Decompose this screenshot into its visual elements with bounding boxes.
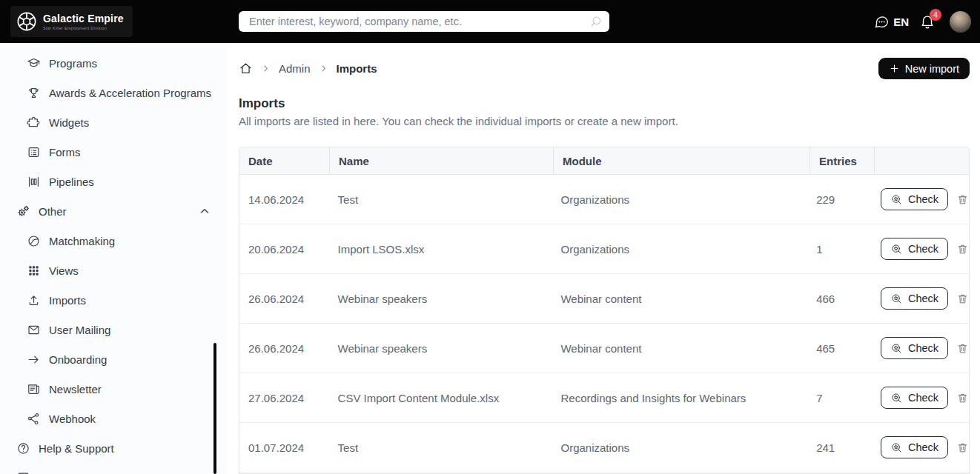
check-button[interactable]: Check	[881, 337, 948, 359]
match-icon	[27, 234, 41, 248]
cell-date: 20.06.2024	[239, 224, 329, 273]
help-icon	[16, 441, 30, 455]
user-avatar[interactable]	[950, 11, 971, 33]
header-actions	[874, 147, 969, 174]
sidebar-item-label: Onboarding	[49, 353, 107, 366]
topbar-right: EN 4	[874, 0, 971, 43]
header-name: Name	[329, 147, 553, 174]
sidebar-item[interactable]: Awards & Acceleration Programs	[0, 78, 227, 107]
trash-icon[interactable]	[956, 342, 969, 355]
sidebar-scrollbar[interactable]	[213, 343, 216, 474]
sidebar-item[interactable]: Other	[0, 196, 227, 226]
sidebar-item-label: User Mailing	[49, 324, 110, 336]
sidebar-item[interactable]: Matchmaking	[0, 226, 227, 256]
home-icon[interactable]	[239, 61, 253, 76]
mail-icon	[27, 323, 41, 337]
cell-actions: Check	[872, 274, 969, 323]
trash-icon[interactable]	[956, 441, 969, 454]
cell-date: 26.06.2024	[239, 274, 329, 323]
trash-icon[interactable]	[956, 193, 969, 206]
sidebar-item[interactable]: Widgets	[0, 107, 227, 137]
cell-date: 26.06.2024	[239, 324, 329, 373]
cell-actions: Check	[872, 324, 969, 373]
sidebar-item-label: Programs	[49, 57, 97, 70]
sidebar-item[interactable]: Forms	[0, 137, 227, 167]
galactic-empire-emblem-icon	[16, 10, 38, 33]
trash-icon[interactable]	[956, 243, 969, 256]
sidebar-item[interactable]: Onboarding	[0, 344, 227, 374]
sidebar-item[interactable]: Programs	[0, 48, 227, 78]
trophy-icon	[27, 86, 41, 100]
notifications-button[interactable]: 4	[919, 13, 936, 30]
grid-icon	[27, 264, 41, 278]
cell-name: Import LSOS.xlsx	[329, 224, 552, 273]
logo-subtitle: Star Killer Employment Division	[43, 26, 124, 30]
cell-name: Webinar speakers	[329, 324, 552, 373]
breadcrumb-imports: Imports	[337, 62, 377, 75]
form-icon	[27, 145, 41, 159]
chevron-right-icon	[261, 64, 271, 73]
breadcrumb-admin[interactable]: Admin	[279, 62, 311, 75]
page-title: Imports	[239, 96, 285, 111]
sidebar-item[interactable]: Webhook	[0, 404, 227, 433]
cell-entries: 465	[807, 324, 872, 373]
cell-entries: 229	[807, 175, 872, 224]
check-button[interactable]: Check	[881, 287, 948, 310]
sidebar-item-label: Forms	[49, 146, 81, 158]
sidebar-item-label: Help & Support	[39, 442, 114, 455]
cap-icon	[27, 56, 41, 70]
pipeline-icon	[27, 175, 41, 189]
table-row: 26.06.2024 Webinar speakers Webinar cont…	[239, 274, 969, 324]
table-row: 27.06.2024 CSV Import Content Module.xls…	[239, 373, 969, 423]
app-logo[interactable]: Galactic Empire Star Killer Employment D…	[10, 6, 133, 37]
trash-icon[interactable]	[956, 392, 969, 404]
cell-module: Webinar content	[552, 324, 807, 373]
sidebar-item[interactable]: Pipelines	[0, 167, 227, 196]
chat-icon[interactable]	[874, 14, 890, 30]
cell-name: CSV Import Content Module.xlsx	[329, 373, 552, 422]
chevron-up-icon	[199, 205, 211, 217]
check-button[interactable]: Check	[881, 188, 948, 210]
sidebar-item-label: Imports	[49, 294, 86, 307]
cell-actions: Check	[872, 373, 969, 422]
sidebar-item[interactable]: Newsletter	[0, 374, 227, 404]
doc-icon	[16, 471, 30, 474]
gears-icon	[16, 204, 30, 218]
check-button[interactable]: Check	[881, 238, 948, 260]
sidebar-item-label: Views	[49, 264, 79, 277]
sidebar-item[interactable]: Imports	[0, 285, 227, 315]
sidebar-item[interactable]: User Mailing	[0, 315, 227, 344]
new-import-button[interactable]: New import	[878, 58, 970, 79]
search-star-icon	[890, 441, 903, 454]
sidebar-item[interactable]	[0, 463, 227, 474]
check-button[interactable]: Check	[881, 387, 948, 409]
cell-actions: Check	[872, 423, 969, 472]
cell-entries: 7	[807, 373, 872, 422]
cell-name: Test	[329, 423, 552, 472]
cell-actions: Check	[872, 224, 969, 273]
sidebar-item-label: Awards & Acceleration Programs	[49, 87, 211, 99]
table-row: 20.06.2024 Import LSOS.xlsx Organization…	[239, 224, 969, 274]
news-icon	[27, 382, 41, 396]
cell-name: Test	[329, 175, 552, 224]
cell-date: 14.06.2024	[239, 175, 329, 224]
search-icon[interactable]	[589, 15, 603, 28]
header-date: Date	[239, 147, 329, 174]
sidebar-item-label: Pipelines	[49, 176, 94, 188]
search-star-icon	[890, 392, 903, 404]
cell-module: Organizations	[552, 224, 807, 273]
table-header: Date Name Module Entries	[239, 147, 969, 175]
chevron-right-icon	[319, 64, 328, 73]
cell-actions: Check	[872, 175, 969, 224]
check-button[interactable]: Check	[881, 436, 948, 458]
cell-date: 27.06.2024	[239, 373, 329, 422]
trash-icon[interactable]	[956, 293, 969, 305]
sidebar-item[interactable]: Help & Support	[0, 433, 227, 463]
language-selector[interactable]: EN	[893, 16, 909, 28]
search-input[interactable]	[239, 11, 609, 32]
sidebar-item[interactable]: Views	[0, 256, 227, 285]
table-row: 26.06.2024 Webinar speakers Webinar cont…	[239, 324, 969, 373]
sidebar-item-label: Other	[39, 205, 67, 218]
cell-module: Organizations	[552, 423, 807, 472]
puzzle-icon	[27, 116, 41, 130]
